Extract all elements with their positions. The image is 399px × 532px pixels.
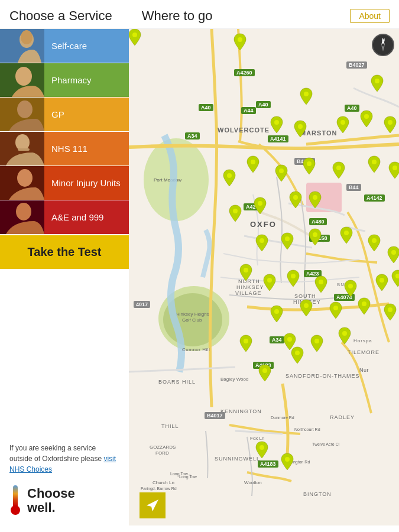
sidebar-item-pharmacy[interactable]: Pharmacy [0, 63, 129, 97]
location-button[interactable] [140, 492, 166, 518]
about-button[interactable]: About [350, 9, 390, 23]
ae-image [0, 200, 44, 234]
svg-text:N: N [382, 38, 385, 42]
info-text: If you are seeking a service outside of … [9, 443, 119, 475]
minor-image [0, 166, 44, 200]
sidebar-item-gp[interactable]: GP [0, 98, 129, 131]
sidebar: Self-care Pharmacy GP [0, 29, 129, 525]
compass-rose: N [372, 34, 394, 56]
minor-label: Minor Injury Units [44, 178, 129, 188]
pharmacy-image [0, 63, 44, 97]
sidebar-item-ae[interactable]: A&E and 999 [0, 200, 129, 234]
where-to-go-title: Where to go [142, 8, 213, 24]
svg-point-4 [15, 67, 32, 86]
header: Choose a Service Where to go About [0, 0, 399, 29]
svg-point-57 [132, 33, 137, 37]
main-layout: Self-care Pharmacy GP [0, 29, 399, 525]
svg-point-6 [17, 100, 33, 118]
sidebar-item-minor[interactable]: Minor Injury Units [0, 166, 129, 200]
thermometer-icon [9, 485, 21, 516]
nhs111-image [0, 132, 44, 166]
sidebar-item-selfcare[interactable]: Self-care [0, 29, 129, 63]
svg-point-13 [16, 203, 31, 220]
take-test-button[interactable]: Take the Test [0, 235, 129, 269]
svg-point-8 [15, 134, 30, 151]
selfcare-label: Self-care [44, 41, 129, 51]
sidebar-bottom: If you are seeking a service outside of … [0, 269, 129, 525]
choose-well-text: Choose well. [27, 486, 75, 515]
sidebar-item-nhs111[interactable]: NHS 111 [0, 132, 129, 166]
page-title: Choose a Service [9, 8, 112, 24]
choose-well-logo: Choose well. [9, 485, 119, 516]
pharmacy-label: Pharmacy [44, 75, 129, 85]
gp-label: GP [44, 109, 129, 119]
ae-label: A&E and 999 [44, 212, 129, 222]
svg-rect-9 [18, 148, 30, 151]
map-area: Hinksey Heights Golf Club Port Meadow [129, 29, 399, 525]
selfcare-image [0, 29, 44, 63]
map-pins [129, 29, 399, 525]
svg-point-2 [21, 30, 33, 44]
gp-image [0, 98, 44, 131]
take-test-label: Take the Test [28, 245, 102, 259]
nhs111-label: NHS 111 [44, 144, 129, 154]
svg-point-11 [17, 169, 33, 187]
